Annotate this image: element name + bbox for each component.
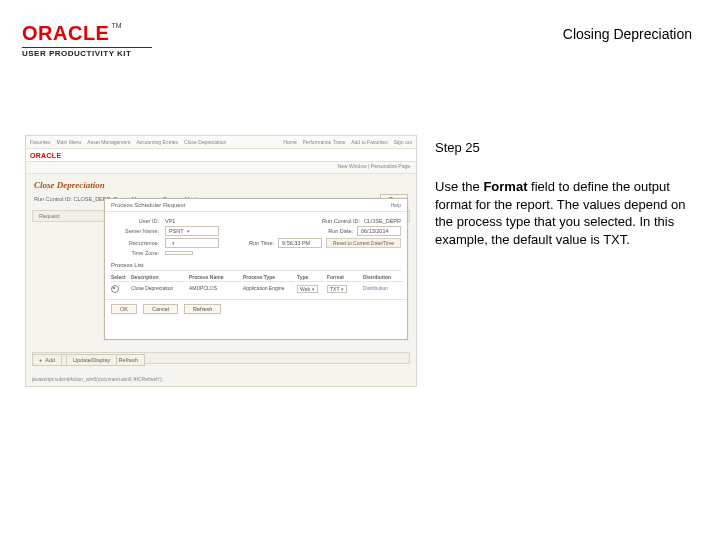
instruction-bold: Format [483,179,527,194]
instruction-pre: Use the [435,179,483,194]
col-format: Format [327,273,361,282]
update-display-button[interactable]: Update/Display [66,354,117,366]
col-description: Description [131,273,187,282]
row-type[interactable]: Web▾ [297,284,325,295]
recurrence-select[interactable]: ▾ [165,238,219,248]
menu-item[interactable]: Accounting Entries [136,139,178,145]
refresh-button[interactable]: Refresh [184,304,221,314]
row-select[interactable] [111,284,129,295]
format-select[interactable]: TXT▾ [327,284,361,295]
app-oracle-logo: ORACLE [30,152,61,159]
chevron-down-icon: ▾ [312,286,315,292]
app-brandbar: ORACLE [26,149,416,162]
app-menubar: Favorites Main Menu Asset Management Acc… [26,136,416,149]
oracle-logo: ORACLE [22,22,109,44]
chevron-down-icon: ▾ [172,240,175,246]
toptab[interactable]: Home [283,139,296,145]
process-list-table: Select Description Process Name Process … [111,273,401,295]
ok-button[interactable]: OK [111,304,137,314]
recurrence-label: Recurrence: [111,240,159,246]
toptab[interactable]: Performance Trace [303,139,346,145]
add-button[interactable]: Add [32,354,62,366]
userid-value: VP1 [165,218,175,224]
row-process-type: Application Engine [243,284,295,295]
row-description: Close Depreciation [131,284,187,295]
timezone-label: Time Zone: [111,250,159,256]
menu-item[interactable]: Favorites [30,139,51,145]
chevron-down-icon: ▾ [187,228,190,234]
help-link[interactable]: Help [391,202,401,208]
embedded-screenshot: Favorites Main Menu Asset Management Acc… [25,135,417,387]
page-action-bar-right: Add Update/Display [32,354,336,366]
runctl-value: CLOSE_DEPR [364,218,401,224]
radio-icon [111,285,119,293]
statusbar-text: javascript:submitAction_win0(document.wi… [32,376,163,382]
menu-item[interactable]: Main Menu [57,139,82,145]
row-process-name: AMDPCLOS [189,284,241,295]
modal-title: Process Scheduler Request [111,202,185,208]
userid-label: User ID: [111,218,159,224]
subbrand-label: USER PRODUCTIVITY KIT [22,49,152,58]
brand-block: ORACLETM USER PRODUCTIVITY KIT [22,22,152,58]
runtime-input[interactable]: 9:56:33 PM [278,238,322,248]
trademark: TM [111,22,121,29]
toptab[interactable]: Sign out [394,139,412,145]
plus-icon [39,357,42,363]
server-label: Server Name: [111,228,159,234]
col-select: Select [111,273,129,282]
logo-divider [22,47,152,48]
process-list-heading: Process List [111,262,401,271]
page-title: Close Depreciation [26,174,416,192]
rundate-input[interactable]: 06/13/2014 [357,226,401,236]
rundate-label: Run Date: [328,228,353,234]
process-scheduler-modal: Process Scheduler Request Help User ID: … [104,198,408,340]
server-select[interactable]: PSNT▾ [165,226,219,236]
menu-item[interactable]: Close Depreciation [184,139,226,145]
chevron-down-icon: ▾ [341,286,344,292]
col-process-type: Process Type [243,273,295,282]
reset-datetime-button[interactable]: Reset to Current Date/Time [326,238,401,248]
step-label: Step 25 [435,140,480,155]
runtime-label: Run Time: [249,240,274,246]
cancel-button[interactable]: Cancel [143,304,178,314]
row-distribution[interactable]: Distribution [363,284,403,295]
runctl-label: Run Control ID: [322,218,360,224]
document-title: Closing Depreciation [563,26,692,42]
timezone-input[interactable] [165,251,193,255]
instruction-text: Use the Format field to define the outpu… [435,178,695,248]
col-type: Type [297,273,325,282]
col-distribution: Distribution [363,273,403,282]
toptab[interactable]: Add to Favorites [351,139,387,145]
menu-item[interactable]: Asset Management [87,139,130,145]
col-process-name: Process Name [189,273,241,282]
page-toolbar[interactable]: New Window | Personalize Page [26,162,416,174]
